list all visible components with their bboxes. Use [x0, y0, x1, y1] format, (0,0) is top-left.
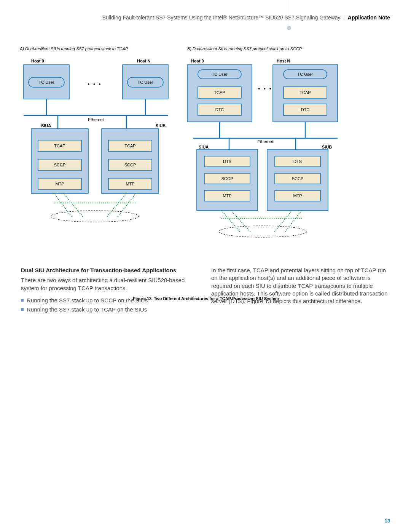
svg-point-189: [290, 212, 291, 212]
svg-text:TCAP: TCAP: [54, 144, 65, 148]
svg-point-77: [77, 210, 78, 211]
svg-point-252: [288, 218, 288, 219]
svg-point-253: [290, 218, 290, 219]
svg-point-203: [301, 210, 302, 211]
svg-point-186: [248, 230, 249, 230]
svg-text:DTC: DTC: [301, 107, 310, 112]
svg-point-210: [292, 221, 293, 222]
svg-point-96: [108, 214, 109, 215]
svg-point-202: [274, 231, 275, 232]
svg-point-70: [68, 199, 69, 200]
svg-point-256: [295, 218, 296, 219]
list-item: Running the SS7 stack up to SCCP on the …: [21, 297, 200, 304]
svg-point-97: [107, 216, 108, 217]
svg-text:Ethernet: Ethernet: [257, 139, 273, 144]
header-badge: Application Note: [348, 14, 390, 21]
svg-text:Ethernet: Ethernet: [88, 117, 104, 122]
svg-point-92: [113, 208, 114, 209]
svg-point-61: [66, 210, 67, 211]
svg-point-71: [69, 201, 70, 201]
svg-point-129: [82, 203, 83, 203]
running-header: Building Fault-tolerant SS7 Systems Usin…: [23, 14, 390, 21]
svg-text:TCAP: TCAP: [214, 90, 225, 95]
svg-point-125: [75, 203, 75, 203]
svg-point-90: [116, 205, 116, 206]
svg-point-138: [99, 203, 100, 203]
svg-point-168: [234, 225, 235, 226]
svg-point-134: [92, 203, 92, 203]
svg-point-75: [75, 207, 75, 208]
svg-point-207: [296, 217, 297, 217]
list-item: Running the SS7 stack up to TCAP on the …: [21, 306, 200, 313]
svg-point-225: [236, 218, 237, 219]
svg-point-105: [127, 204, 128, 204]
svg-point-156: [134, 203, 134, 203]
svg-point-231: [248, 218, 249, 219]
svg-point-165: [230, 220, 231, 221]
svg-point-151: [124, 203, 125, 203]
svg-point-109: [122, 210, 123, 211]
svg-point-123: [71, 203, 72, 203]
ellipsis-b: • • •: [258, 86, 272, 92]
svg-point-187: [250, 231, 250, 232]
svg-point-73: [72, 204, 73, 204]
svg-point-246: [276, 218, 277, 219]
svg-point-174: [232, 212, 233, 212]
svg-point-85: [122, 198, 123, 198]
svg-point-218: [223, 218, 224, 219]
svg-point-242: [269, 218, 269, 219]
svg-point-84: [123, 196, 124, 197]
svg-point-64: [70, 214, 70, 215]
svg-point-126: [76, 203, 77, 203]
svg-point-57: [62, 204, 62, 204]
svg-text:TCAP: TCAP: [299, 90, 311, 95]
svg-point-108: [123, 208, 124, 209]
svg-point-122: [69, 203, 70, 203]
svg-point-153: [128, 203, 129, 203]
svg-text:SCCP: SCCP: [292, 176, 304, 181]
svg-point-257: [297, 218, 298, 219]
svg-point-157: [135, 203, 136, 203]
figure-13: A) Dual-resilient SIUs running SS7 proto…: [16, 45, 396, 243]
svg-point-230: [246, 218, 247, 219]
svg-point-223: [233, 218, 233, 219]
svg-point-82: [126, 193, 127, 194]
svg-point-204: [300, 212, 301, 212]
svg-point-65: [71, 216, 72, 217]
svg-point-87: [119, 201, 120, 201]
svg-text:TC User: TC User: [298, 72, 313, 77]
section-title: Dual SIU Architecture for Transaction-ba…: [21, 267, 200, 274]
svg-text:SCCP: SCCP: [221, 176, 233, 181]
svg-point-146: [115, 203, 115, 203]
svg-point-150: [122, 203, 123, 203]
svg-point-216: [285, 231, 286, 232]
svg-point-115: [56, 203, 56, 203]
svg-point-147: [116, 203, 117, 203]
svg-point-127: [78, 203, 79, 203]
svg-point-132: [88, 203, 89, 203]
svg-point-238: [261, 218, 262, 219]
svg-point-250: [284, 218, 285, 219]
lbl-siua-b: SIUA: [199, 145, 209, 149]
svg-point-114: [54, 203, 54, 203]
svg-point-241: [267, 218, 268, 219]
svg-point-52: [56, 196, 57, 197]
svg-point-245: [274, 218, 275, 219]
svg-point-237: [259, 218, 260, 219]
header-divider-dot: [287, 26, 291, 30]
svg-point-79: [80, 213, 80, 214]
svg-point-177: [236, 216, 237, 217]
svg-point-160: [224, 213, 225, 214]
bullet-icon: [21, 299, 24, 302]
svg-point-139: [101, 203, 102, 203]
svg-point-81: [82, 216, 83, 217]
svg-point-163: [228, 217, 228, 218]
svg-point-144: [111, 203, 112, 203]
svg-point-101: [132, 198, 132, 198]
ss7-network-a: [51, 211, 139, 222]
svg-text:MTP: MTP: [126, 182, 134, 186]
svg-point-199: [278, 227, 279, 227]
svg-point-19: [51, 211, 139, 222]
svg-point-170: [237, 228, 237, 229]
diagram-svg: A) Dual-resilient SIUs running SS7 proto…: [16, 45, 396, 243]
